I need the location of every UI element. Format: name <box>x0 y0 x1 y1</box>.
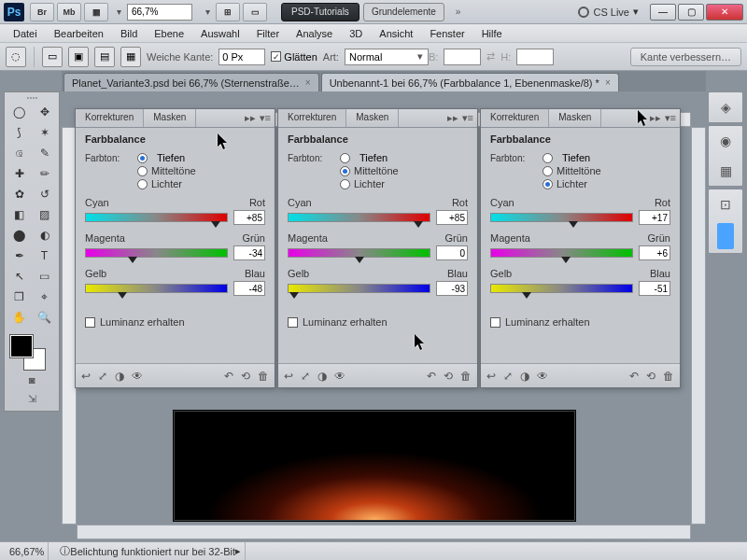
menu-fenster[interactable]: Fenster <box>422 26 472 41</box>
radio-tiefen[interactable] <box>137 153 148 163</box>
slider-thumb[interactable] <box>289 292 299 299</box>
bridge-button[interactable]: Br <box>30 3 54 21</box>
navigator-icon[interactable]: ⊡ <box>714 193 737 216</box>
previous-icon[interactable]: ↶ <box>629 370 639 383</box>
value-yellow-blue[interactable] <box>639 281 670 296</box>
value-cyan-red[interactable] <box>436 210 468 225</box>
selection-intersect-icon[interactable]: ▦ <box>120 47 141 67</box>
screenmode-toggle[interactable]: ⇲ <box>7 389 57 409</box>
slider-thumb[interactable] <box>211 221 220 228</box>
radio-mitteltoene[interactable] <box>137 166 148 176</box>
slider-yellow-blue[interactable] <box>288 284 430 293</box>
radio-tiefen[interactable] <box>340 153 350 163</box>
workspace-grundelemente[interactable]: Grundelemente <box>363 3 444 21</box>
tool-history[interactable]: ↺ <box>32 184 57 204</box>
tool-brush[interactable]: ✏ <box>32 163 57 184</box>
value-magenta-green[interactable] <box>639 245 670 260</box>
slider-yellow-blue[interactable] <box>490 284 633 293</box>
doctab-unbenannt[interactable]: Unbenannt-1 bei 66,7% (Farbbalance 1, Eb… <box>321 73 619 91</box>
value-magenta-green[interactable] <box>436 245 468 260</box>
maximize-button[interactable]: ▢ <box>678 4 704 21</box>
tool-path[interactable]: ↖ <box>7 266 32 287</box>
tab-korrekturen[interactable]: Korrekturen <box>481 109 549 127</box>
menu-bild[interactable]: Bild <box>113 26 145 41</box>
radio-tiefen[interactable] <box>543 153 553 163</box>
value-yellow-blue[interactable] <box>233 281 265 296</box>
minimize-button[interactable]: — <box>650 4 676 21</box>
reset-icon[interactable]: ⟲ <box>444 370 453 383</box>
trash-icon[interactable]: 🗑 <box>663 370 674 383</box>
value-cyan-red[interactable] <box>233 210 265 225</box>
expand-icon[interactable]: ⤢ <box>98 370 107 383</box>
close-icon[interactable]: × <box>605 77 611 88</box>
clip-icon[interactable]: ◑ <box>520 370 529 383</box>
tab-masken[interactable]: Masken <box>346 109 399 127</box>
feather-input[interactable] <box>218 49 265 65</box>
tool-pen[interactable]: ✒ <box>7 245 32 266</box>
value-magenta-green[interactable] <box>233 245 265 260</box>
grip-icon[interactable] <box>7 94 57 102</box>
history-icon[interactable] <box>717 223 734 249</box>
zoom-select[interactable] <box>127 4 192 21</box>
preserve-luminosity-checkbox[interactable] <box>288 317 298 328</box>
tool-crop[interactable]: ⟃ <box>7 143 32 163</box>
tool-eyedropper[interactable]: ✎ <box>32 143 57 163</box>
slider-magenta-green[interactable] <box>85 248 228 258</box>
menu-auswahl[interactable]: Auswahl <box>193 26 247 41</box>
menu-hilfe[interactable]: Hilfe <box>474 26 510 41</box>
tool-hand[interactable]: ✋ <box>7 307 32 328</box>
menu-3d[interactable]: 3D <box>342 26 370 41</box>
tool-eraser[interactable]: ◧ <box>7 204 32 225</box>
tab-masken[interactable]: Masken <box>549 109 601 127</box>
tool-stamp[interactable]: ✿ <box>7 184 32 204</box>
tool-blur[interactable]: ⬤ <box>7 225 32 245</box>
slider-cyan-red[interactable] <box>288 213 430 222</box>
tool-dodge[interactable]: ◐ <box>32 225 57 245</box>
value-cyan-red[interactable] <box>639 210 670 225</box>
reset-icon[interactable]: ⟲ <box>241 370 250 383</box>
tool-shape[interactable]: ▭ <box>32 266 57 287</box>
panel-menu-icon[interactable]: ▾≡ <box>260 112 271 124</box>
tool-zoom[interactable]: 🔍 <box>32 307 57 328</box>
tool-heal[interactable]: ✚ <box>7 163 32 184</box>
slider-thumb[interactable] <box>118 292 127 299</box>
layers-icon[interactable]: ◈ <box>714 96 737 119</box>
menu-bearbeiten[interactable]: Bearbeiten <box>47 26 111 41</box>
back-icon[interactable]: ↩ <box>81 370 91 383</box>
scrollbar-horizontal[interactable] <box>77 525 691 539</box>
radio-mitteltoene[interactable] <box>340 166 350 176</box>
radio-mitteltoene[interactable] <box>543 166 553 176</box>
panel-menu-icon[interactable]: ▾≡ <box>665 112 676 124</box>
tool-lasso[interactable]: ⟆ <box>7 122 32 143</box>
previous-icon[interactable]: ↶ <box>224 370 233 383</box>
collapse-icon[interactable]: ▸▸ <box>447 112 458 124</box>
slider-magenta-green[interactable] <box>288 248 430 258</box>
tool-marquee[interactable]: ◯ <box>7 102 32 122</box>
tab-korrekturen[interactable]: Korrekturen <box>278 109 346 127</box>
panel-menu-icon[interactable]: ▾≡ <box>462 112 473 124</box>
fg-color-swatch[interactable] <box>10 335 33 357</box>
selection-subtract-icon[interactable]: ▤ <box>94 47 115 67</box>
status-info[interactable]: ⓘ Belichtung funktioniert nur bei 32-Bit… <box>56 542 246 560</box>
collapse-icon[interactable]: ▸▸ <box>650 112 661 124</box>
doctab-planet[interactable]: Planet_Variante3.psd bei 66,7% (Sternens… <box>63 73 319 91</box>
tool-move[interactable]: ✥ <box>32 102 57 122</box>
previous-icon[interactable]: ↶ <box>427 370 436 383</box>
radio-lichter[interactable] <box>340 179 350 189</box>
expand-icon[interactable]: ⤢ <box>503 370 513 383</box>
tool-quickselect[interactable]: ✶ <box>32 122 57 143</box>
slider-cyan-red[interactable] <box>490 213 633 222</box>
slider-cyan-red[interactable] <box>85 213 228 222</box>
selection-add-icon[interactable]: ▣ <box>68 47 89 67</box>
visibility-icon[interactable]: 👁 <box>132 370 143 383</box>
close-icon[interactable]: × <box>305 77 311 88</box>
preserve-luminosity-checkbox[interactable] <box>85 317 95 328</box>
tool-3dcamera[interactable]: ⌖ <box>32 287 57 307</box>
slider-thumb[interactable] <box>561 257 571 263</box>
visibility-icon[interactable]: 👁 <box>334 370 345 383</box>
selection-new-icon[interactable]: ▭ <box>42 47 63 67</box>
slider-thumb[interactable] <box>522 292 531 299</box>
reset-icon[interactable]: ⟲ <box>646 370 655 383</box>
scrollbar-vertical[interactable] <box>691 127 706 525</box>
trash-icon[interactable]: 🗑 <box>258 370 269 383</box>
